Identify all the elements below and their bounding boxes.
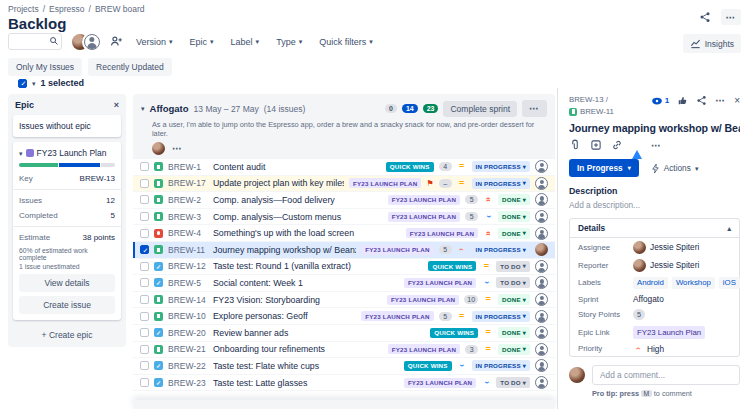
status-dropdown[interactable]: DONE▾ (498, 294, 530, 305)
create-issue-button[interactable]: Create issue (19, 296, 115, 314)
breadcrumb-espresso[interactable]: Espresso (49, 4, 84, 14)
epic-badge[interactable]: QUICK WINS (430, 328, 478, 338)
estimate-badge[interactable]: 5 (465, 195, 478, 204)
assignee-avatar[interactable] (535, 177, 548, 190)
issue-row[interactable]: BREW-11 Journey mapping workshop w/ Bean… (133, 242, 555, 259)
status-dropdown[interactable]: In Progress ▾ (569, 159, 639, 177)
issue-checkbox[interactable] (140, 345, 149, 354)
filter-epic[interactable]: Epic▾ (190, 37, 214, 47)
status-dropdown[interactable]: IN PROGRESS▾ (472, 360, 530, 371)
issue-row[interactable]: BREW-10 Explore personas: Geoff FY23 LAU… (133, 308, 555, 325)
assignee-avatar[interactable] (535, 359, 548, 372)
share-button[interactable] (696, 95, 707, 106)
epic-item[interactable]: ▾ FY23 Launch Plan (19, 148, 115, 158)
issue-title[interactable]: Explore personas: Geoff (213, 311, 356, 321)
issue-checkbox[interactable] (140, 278, 149, 287)
issue-checkbox[interactable] (140, 328, 149, 337)
epic-badge[interactable]: QUICK WINS (404, 361, 452, 371)
epic-badge[interactable]: FY23 LAUNCH PLAN (349, 178, 421, 188)
story-points-value[interactable]: 5 (633, 309, 645, 320)
issue-key[interactable]: BREW-11 (580, 107, 614, 116)
epic-badge[interactable]: QUICK WINS (428, 261, 476, 271)
more-button[interactable]: ⋯ (721, 9, 741, 25)
issue-checkbox[interactable] (140, 195, 149, 204)
assignee-value[interactable]: Jessie Spiteri (650, 242, 699, 252)
details-header[interactable]: Details ▴ (570, 219, 739, 238)
issue-row[interactable]: BREW-17 Update project plan with key mil… (133, 176, 555, 193)
estimate-badge[interactable]: 5 (439, 245, 452, 254)
more-icon[interactable]: ⋯ (715, 95, 726, 106)
chip-only-my-issues[interactable]: Only My Issues (8, 58, 82, 76)
status-dropdown[interactable]: DONE▾ (498, 327, 530, 338)
estimate-badge[interactable]: – (439, 179, 452, 188)
status-dropdown[interactable]: DONE▾ (498, 194, 530, 205)
issue-title[interactable]: Taste test: Flate white cups (213, 361, 399, 371)
assignee-avatar[interactable] (535, 376, 548, 389)
epic-badge[interactable]: FY23 LAUNCH PLAN (404, 278, 476, 288)
estimate-badge[interactable]: 10 (464, 295, 478, 304)
status-dropdown[interactable]: TO DO▾ (496, 277, 530, 288)
assignee-avatar[interactable] (535, 193, 548, 206)
label-ios[interactable]: iOS (719, 277, 740, 289)
label-android[interactable]: Android (633, 277, 668, 289)
issue-row[interactable]: BREW-20 Review banner ads QUICK WINS DON… (133, 325, 555, 342)
status-dropdown[interactable]: TO DO▾ (496, 261, 530, 272)
issue-row[interactable]: BREW-4 Something's up with the load scre… (133, 225, 555, 242)
issues-without-epic[interactable]: Issues without epic (13, 115, 121, 137)
issue-title[interactable]: Onboarding tour refinements (213, 344, 383, 354)
issue-checkbox[interactable] (140, 312, 149, 321)
issue-title[interactable]: Taste test: Latte glasses (213, 378, 399, 388)
epic-badge[interactable]: FY23 LAUNCH PLAN (404, 378, 476, 388)
assignee-avatar[interactable] (535, 210, 548, 223)
link-button[interactable] (611, 139, 623, 151)
epic-link-value[interactable]: FY23 Launch Plan (633, 326, 705, 339)
comment-input[interactable] (592, 365, 740, 385)
issue-title[interactable]: Comp. analysis—Food delivery (213, 195, 383, 205)
issue-row[interactable]: BREW-22 Taste test: Flate white cups QUI… (133, 358, 555, 375)
epic-badge[interactable]: FY23 LAUNCH PLAN (387, 295, 459, 305)
breadcrumb-brew-board[interactable]: BREW board (95, 4, 145, 14)
status-dropdown[interactable]: IN PROGRESS▾ (472, 161, 530, 172)
description-placeholder[interactable]: Add a description... (569, 200, 740, 210)
issue-checkbox[interactable] (140, 245, 149, 254)
insights-button[interactable]: Insights (683, 34, 741, 53)
issue-row[interactable]: BREW-5 Social content: Week 1 FY23 LAUNC… (133, 275, 555, 292)
issue-title[interactable]: Comp. analysis—Custom menus (213, 212, 383, 222)
close-icon[interactable]: × (734, 95, 740, 106)
issue-checkbox[interactable] (140, 229, 149, 238)
issue-checkbox[interactable] (140, 212, 149, 221)
sprint-value[interactable]: Affogato (633, 294, 664, 304)
parent-issue-key[interactable]: BREW-13 (569, 95, 604, 104)
epic-badge[interactable]: QUICK WINS (386, 162, 434, 172)
status-dropdown[interactable]: IN PROGRESS▾ (472, 178, 530, 189)
filter-type[interactable]: Type▾ (276, 37, 302, 47)
issue-row[interactable]: BREW-1 Content audit QUICK WINS 4 IN PRO… (133, 159, 555, 176)
chevron-down-icon[interactable]: ▾ (32, 80, 36, 87)
issue-title[interactable]: Review banner ads (213, 328, 425, 338)
issue-row[interactable]: BREW-12 Taste test: Round 1 (vanilla ext… (133, 259, 555, 276)
assignee-avatar[interactable] (535, 160, 548, 173)
assignee-avatar[interactable] (535, 243, 548, 256)
estimate-badge[interactable]: 5 (439, 312, 452, 321)
share-button[interactable] (695, 9, 715, 25)
issue-title[interactable]: FY23 Vision: Storyboarding (213, 295, 382, 305)
complete-sprint-button[interactable]: Complete sprint (443, 101, 517, 117)
issue-row[interactable]: BREW-14 FY23 Vision: Storyboarding FY23 … (133, 292, 555, 309)
status-dropdown[interactable]: IN PROGRESS▾ (472, 311, 530, 322)
chevron-down-icon[interactable]: ▾ (141, 105, 145, 112)
status-dropdown[interactable]: DONE▾ (498, 344, 530, 355)
attach-button[interactable] (569, 139, 581, 151)
status-dropdown[interactable]: DONE▾ (498, 211, 530, 222)
issue-title[interactable]: Something's up with the load screen (213, 228, 401, 238)
next-section-peek[interactable] (133, 400, 555, 409)
avatar-generic[interactable] (84, 34, 100, 50)
filter-quick-filters[interactable]: Quick filters▾ (319, 37, 373, 47)
epic-badge[interactable]: FY23 LAUNCH PLAN (361, 311, 433, 321)
issue-title[interactable]: Update project plan with key milestones (213, 178, 344, 188)
more-icon[interactable]: ⋯ (172, 143, 183, 154)
issue-row[interactable]: BREW-2 Comp. analysis—Food delivery FY23… (133, 192, 555, 209)
filter-label[interactable]: Label▾ (231, 37, 260, 47)
create-epic-button[interactable]: + Create epic (13, 325, 121, 342)
select-all-checkbox[interactable] (18, 79, 27, 88)
issue-row[interactable]: BREW-3 Comp. analysis—Custom menus FY23 … (133, 209, 555, 226)
